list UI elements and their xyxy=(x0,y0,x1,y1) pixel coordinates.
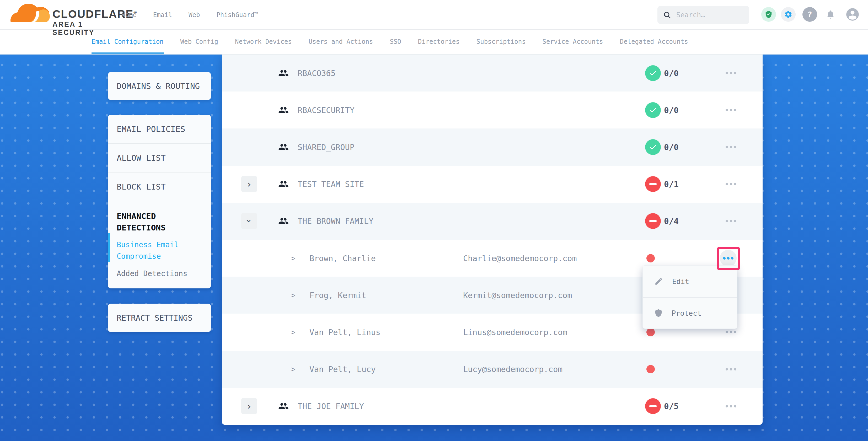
sidebar-item-business-email-compromise[interactable]: Business Email Compromise xyxy=(108,233,211,262)
protection-count: 0/5 xyxy=(664,401,679,411)
app-header: CLOUDFLARE® AREA 1 SECURITY HomeEmailWeb… xyxy=(0,0,868,30)
menu-item-edit[interactable]: Edit xyxy=(643,265,737,297)
menu-item-protect[interactable]: Protect xyxy=(643,297,737,328)
minus-icon xyxy=(649,183,657,185)
tab-sso[interactable]: SSO xyxy=(390,30,401,54)
row-context-menu: Edit Protect xyxy=(643,265,737,329)
group-people-icon xyxy=(277,105,289,115)
group-people-icon xyxy=(277,68,289,78)
tab-directories[interactable]: Directories xyxy=(418,30,460,54)
row-name: SHARED_GROUP xyxy=(298,143,354,152)
status-badge xyxy=(645,213,661,229)
expand-chevron-button[interactable]: › xyxy=(241,213,257,229)
row-email: Kermit@somedemocorp.com xyxy=(463,290,572,300)
menu-item-protect-label: Protect xyxy=(672,309,702,317)
protection-count: 0/1 xyxy=(664,179,679,189)
user-chevron: > xyxy=(291,328,296,336)
cloudflare-cloud-icon xyxy=(10,4,50,26)
group-row-test-team-site[interactable]: › TEST TEAM SITE 0/1 xyxy=(222,166,763,203)
row-name: THE BROWN FAMILY xyxy=(298,217,373,226)
protection-count: 0/0 xyxy=(664,105,679,115)
search-box[interactable] xyxy=(657,6,749,24)
sidebar-item-retract-settings: RETRACT SETTINGS xyxy=(117,313,192,322)
group-row-rbacsecurity[interactable]: RBACSECURITY 0/0 xyxy=(222,92,763,128)
settings-gear-icon[interactable] xyxy=(781,7,796,22)
tab-service-accounts[interactable]: Service Accounts xyxy=(542,30,603,54)
group-people-icon xyxy=(277,401,289,411)
group-row-the-joe-family[interactable]: › THE JOE FAMILY 0/5 xyxy=(222,388,763,425)
check-icon xyxy=(649,69,657,77)
tab-network-devices[interactable]: Network Devices xyxy=(235,30,292,54)
user-chevron: > xyxy=(291,365,296,374)
row-actions-button[interactable] xyxy=(721,65,740,82)
sidebar-item-allow-list[interactable]: ALLOW LIST xyxy=(108,144,211,172)
primary-nav: HomeEmailWebPhishGuard™ xyxy=(121,0,258,30)
row-name: THE JOE FAMILY xyxy=(298,402,364,411)
status-badge xyxy=(645,65,661,81)
row-name: Van Pelt, Lucy xyxy=(309,365,376,374)
row-name: Frog, Kermit xyxy=(309,290,366,300)
sidebar-item-enhanced-detections: ENHANCED DETECTIONS xyxy=(108,201,211,233)
user-chevron: > xyxy=(291,254,296,262)
cloudflare-logo: CLOUDFLARE® AREA 1 SECURITY xyxy=(10,2,121,28)
row-name: TEST TEAM SITE xyxy=(298,180,364,189)
unprotected-dot xyxy=(646,254,655,262)
row-actions-button[interactable] xyxy=(721,102,740,119)
shield-check-icon[interactable] xyxy=(761,7,776,22)
row-name: RBACSECURITY xyxy=(298,105,354,115)
groups-table: RBACO365 0/0 RBACSECURITY 0/0 SHARED_GRO… xyxy=(222,55,763,425)
row-actions-button[interactable] xyxy=(721,398,740,414)
row-actions-button[interactable] xyxy=(721,176,740,192)
help-icon[interactable]: ? xyxy=(802,7,817,22)
sidebar-item-email-policies[interactable]: EMAIL POLICIES xyxy=(108,115,211,144)
account-avatar-icon[interactable] xyxy=(845,7,860,22)
notifications-bell-icon[interactable] xyxy=(823,7,838,22)
nav-item-email[interactable]: Email xyxy=(153,11,172,19)
minus-icon xyxy=(649,405,657,407)
tab-users-and-actions[interactable]: Users and Actions xyxy=(309,30,373,54)
status-badge xyxy=(645,102,661,118)
sidebar-item-added-detections[interactable]: Added Detections xyxy=(108,262,211,280)
row-actions-button[interactable] xyxy=(720,250,737,266)
user-chevron: > xyxy=(291,291,296,300)
group-row-shared-group[interactable]: SHARED_GROUP 0/0 xyxy=(222,128,763,165)
row-email: Lucy@somedemocorp.com xyxy=(463,365,562,374)
group-row-rbaco365[interactable]: RBACO365 0/0 xyxy=(222,55,763,92)
status-badge xyxy=(645,139,661,155)
nav-item-web[interactable]: Web xyxy=(189,11,200,19)
sidebar-item-domains-routing: DOMAINS & ROUTING xyxy=(117,81,200,91)
sidebar-card-policies: EMAIL POLICIESALLOW LISTBLOCK LISTENHANC… xyxy=(108,115,211,288)
row-email: Linus@somedemocorp.com xyxy=(463,327,567,337)
nav-item-home[interactable]: Home xyxy=(121,11,136,19)
groups-table-panel: RBACO365 0/0 RBACSECURITY 0/0 SHARED_GRO… xyxy=(222,55,763,425)
nav-item-phishguard-[interactable]: PhishGuard™ xyxy=(216,11,258,19)
search-input[interactable] xyxy=(676,11,737,19)
row-actions-button[interactable] xyxy=(721,213,740,229)
tab-subscriptions[interactable]: Subscriptions xyxy=(476,30,526,54)
row-actions-button[interactable] xyxy=(721,361,740,378)
protection-count: 0/0 xyxy=(664,68,679,78)
sidebar-card-retract-settings[interactable]: RETRACT SETTINGS xyxy=(108,304,211,332)
brand-subname: AREA 1 SECURITY xyxy=(53,21,121,37)
group-people-icon xyxy=(277,179,289,189)
row-actions-button[interactable] xyxy=(721,139,740,155)
tab-web-config[interactable]: Web Config xyxy=(180,30,218,54)
sidebar-card-domains-routing[interactable]: DOMAINS & ROUTING xyxy=(108,72,211,100)
sidebar-item-block-list[interactable]: BLOCK LIST xyxy=(108,172,211,201)
protection-count: 0/4 xyxy=(664,216,679,226)
status-badge xyxy=(645,398,661,414)
group-row-the-brown-family[interactable]: › THE BROWN FAMILY 0/4 xyxy=(222,203,763,240)
user-row-van-pelt-lucy[interactable]: > Van Pelt, Lucy Lucy@somedemocorp.com xyxy=(222,351,763,388)
shield-icon xyxy=(654,309,663,317)
check-icon xyxy=(649,143,657,151)
unprotected-dot xyxy=(646,365,655,373)
group-people-icon xyxy=(277,142,289,152)
expand-chevron-button[interactable]: › xyxy=(241,176,257,192)
search-icon xyxy=(663,11,671,19)
expand-chevron-button[interactable]: › xyxy=(241,398,257,414)
tab-delegated-accounts[interactable]: Delegated Accounts xyxy=(620,30,688,54)
menu-item-edit-label: Edit xyxy=(672,277,689,286)
minus-icon xyxy=(649,220,657,222)
row-name: RBACO365 xyxy=(298,68,336,77)
row-name: Brown, Charlie xyxy=(309,254,376,263)
